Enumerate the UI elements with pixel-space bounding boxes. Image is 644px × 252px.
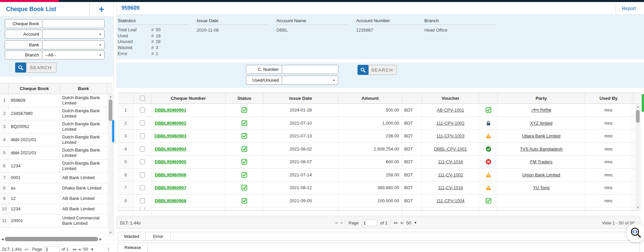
cheque-number-link[interactable]: DBBL95960908 bbox=[155, 198, 186, 203]
tab-release[interactable]: Release bbox=[118, 243, 148, 252]
cheque-book-list-item[interactable]: 70001AB Bank Limited bbox=[0, 173, 112, 183]
search-icon bbox=[357, 65, 369, 75]
row-checkbox[interactable] bbox=[140, 133, 145, 138]
cheque-book-filter-input[interactable] bbox=[45, 20, 96, 27]
voucher-status-warning-icon bbox=[486, 133, 491, 139]
cheque-book-list-item[interactable]: 3BQ20052Dutch-Bangla Bank Limited bbox=[0, 120, 112, 133]
pager-divider bbox=[345, 220, 345, 225]
status-check-square-icon bbox=[241, 120, 247, 126]
amount-column-header[interactable]: Amount bbox=[338, 93, 402, 103]
filler-cell bbox=[632, 195, 634, 207]
row-checkbox[interactable] bbox=[140, 185, 145, 190]
cheque-book-list-item[interactable]: 5dbbl-2021/01Dutch-Bangla Bank Limited bbox=[0, 146, 112, 160]
voucher-link[interactable]: DBBL-CPV-1001 bbox=[434, 146, 467, 152]
status-column-header[interactable]: Status bbox=[226, 93, 263, 103]
party-link[interactable]: TVS Auto Bangladesh bbox=[520, 146, 563, 152]
bank-filter-select[interactable]: ▼ bbox=[42, 40, 105, 49]
voucher-link[interactable]: 111-CV-1002 bbox=[438, 172, 463, 177]
scroll-down-icon[interactable]: ▼ bbox=[108, 230, 113, 235]
main-page-size-select[interactable]: 50 ▼ bbox=[406, 220, 417, 225]
party-link[interactable]: Uttara Bank Limited bbox=[522, 133, 560, 138]
row-checkbox[interactable] bbox=[140, 108, 145, 113]
row-checkbox[interactable] bbox=[140, 121, 145, 126]
bank-column-header[interactable]: Bank bbox=[60, 83, 107, 94]
party-link[interactable]: YU Tong bbox=[533, 185, 550, 190]
used-unused-select[interactable]: ▼ bbox=[282, 76, 338, 85]
status-check-square-icon bbox=[241, 133, 247, 139]
voucher-link[interactable]: 111-CV-1018 bbox=[438, 185, 463, 190]
report-button[interactable]: Report bbox=[615, 3, 642, 13]
select-all-checkbox[interactable] bbox=[140, 96, 145, 101]
inspect-code-button[interactable] bbox=[626, 223, 644, 243]
left-search-button[interactable]: SEARCH bbox=[15, 62, 56, 73]
left-table-horizontal-scrollbar[interactable]: ◀ ▶ bbox=[0, 235, 105, 243]
scroll-right-icon[interactable]: ▶ bbox=[98, 237, 103, 241]
issue-date-column-header[interactable]: Issue Date bbox=[263, 93, 338, 103]
voucher-column-header[interactable]: Voucher bbox=[422, 93, 479, 103]
last-page-icon[interactable]: ▶| bbox=[79, 248, 81, 251]
table-scrollbar-thumb[interactable] bbox=[636, 110, 640, 123]
main-page-input[interactable] bbox=[362, 220, 377, 226]
row-checkbox[interactable] bbox=[140, 172, 145, 177]
prev-page-icon[interactable]: ◀◀ bbox=[24, 248, 28, 251]
cheque-number-link[interactable]: DBBL95960902 bbox=[155, 121, 186, 126]
main-page-size-value: 50 bbox=[406, 220, 411, 225]
issue-date-cell: 2021-08-02 bbox=[263, 143, 338, 156]
party-link[interactable]: Union Bank Limited bbox=[522, 172, 560, 177]
cheque-book-column-header[interactable]: Cheque Book bbox=[9, 83, 60, 94]
tab-error[interactable]: Error bbox=[146, 232, 171, 240]
add-cheque-book-button[interactable]: + bbox=[89, 3, 113, 16]
cheque-table-vertical-scrollbar[interactable]: ▲ ▼ bbox=[635, 104, 641, 210]
cheque-number-column-header[interactable]: Cheque Number bbox=[151, 93, 226, 103]
left-page-input[interactable] bbox=[44, 246, 60, 252]
left-scrollbar-thumb[interactable] bbox=[109, 99, 112, 121]
used-by-column-header[interactable]: Used By bbox=[585, 93, 632, 103]
cheque-number-link[interactable]: DBBL95960903 bbox=[155, 133, 186, 138]
scroll-up-icon[interactable]: ▲ bbox=[108, 94, 113, 99]
c-number-input[interactable] bbox=[285, 66, 332, 73]
cheque-book-list-item[interactable]: 2234567890Dutch-Bangla Bank Limited bbox=[0, 107, 112, 120]
cheque-book-list-item[interactable]: 8asDhaka Bank Limited bbox=[0, 183, 112, 194]
cheque-book-list-item[interactable]: 912AB Bank Limited bbox=[0, 194, 112, 204]
cheque-number-link[interactable]: DBBL95960905 bbox=[155, 159, 186, 164]
party-column-header[interactable]: Party bbox=[498, 93, 585, 103]
prev-page-icon[interactable]: ◀ bbox=[340, 221, 342, 224]
voucher-link[interactable]: 111-CV-1016 bbox=[438, 159, 463, 164]
row-checkbox[interactable] bbox=[140, 146, 145, 152]
cheque-book-list-item[interactable]: 1110001United Commercial Bank Limited bbox=[0, 214, 112, 227]
cheque-number-link[interactable]: DBBL95960907 bbox=[155, 185, 186, 190]
first-page-icon[interactable]: |◀ bbox=[335, 221, 337, 224]
cheque-book-list-item[interactable]: 61234Dutch-Bangla Bank Limited bbox=[0, 160, 112, 173]
cheque-number-link[interactable]: DBBL95960901 bbox=[155, 108, 186, 113]
row-checkbox[interactable] bbox=[140, 159, 145, 164]
voucher-link[interactable]: AB-CPV-1001 bbox=[437, 108, 464, 113]
last-page-icon[interactable]: ▶| bbox=[401, 221, 403, 224]
row-checkbox[interactable] bbox=[140, 207, 145, 210]
voucher-link[interactable]: 111-CPV-1003 bbox=[437, 133, 464, 138]
account-filter-select[interactable]: ▼ bbox=[42, 30, 105, 39]
voucher-link[interactable]: 111-CPV-1002 bbox=[437, 121, 464, 126]
party-link[interactable]: FM Traders bbox=[530, 159, 552, 164]
scroll-left-icon[interactable]: ◀ bbox=[0, 237, 5, 241]
left-page-size-select[interactable]: 50 ▼ bbox=[83, 247, 94, 252]
cheque-book-list-item[interactable]: 101234AB Bank Limited bbox=[0, 204, 112, 214]
party-link[interactable]: স্টেলা সিরামিক্স bbox=[531, 108, 551, 113]
party-link[interactable]: XYZ limited bbox=[530, 121, 552, 126]
stat-error: Error#1 bbox=[118, 50, 189, 56]
cheque-number-link[interactable]: DBBL95960904 bbox=[155, 146, 186, 152]
main-search-button[interactable]: SEARCH bbox=[357, 65, 397, 75]
tab-wasted[interactable]: Wasted bbox=[118, 232, 146, 240]
row-checkbox[interactable] bbox=[140, 198, 145, 203]
voucher-link[interactable]: 111-CPV-1004 bbox=[437, 198, 464, 203]
left-table-vertical-scrollbar[interactable]: ▲ ▼ bbox=[108, 94, 113, 235]
cheque-number-link[interactable]: DBBL95960906 bbox=[155, 172, 186, 177]
horizontal-scrollbar-thumb[interactable] bbox=[5, 237, 98, 241]
next-page-icon[interactable]: ▶▶ bbox=[394, 221, 398, 224]
cheque-book-list-item[interactable]: 1959609Dutch-Bangla Bank Limited bbox=[0, 94, 112, 107]
branch-filter-select[interactable]: --All-- ▼ bbox=[42, 50, 105, 59]
cheque-book-list-item[interactable]: 4dbbl-2021/01Dutch-Bangla Bank Limited bbox=[0, 133, 112, 146]
cheque-table: Cheque Number Status Issue Date Amount V… bbox=[118, 93, 641, 210]
scroll-down-icon[interactable]: ▼ bbox=[635, 205, 641, 210]
next-page-icon[interactable]: ▶▶ bbox=[73, 248, 77, 251]
scroll-up-icon[interactable]: ▲ bbox=[635, 104, 641, 109]
